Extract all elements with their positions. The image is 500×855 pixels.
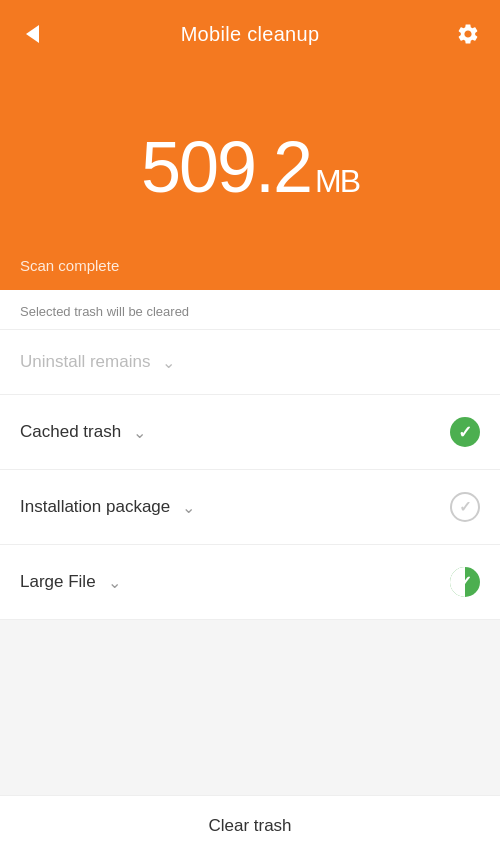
list-item-large-file[interactable]: Large File ⌄	[0, 545, 500, 620]
cached-trash-label: Cached trash	[20, 422, 121, 442]
list-item-left-cached: Cached trash ⌄	[20, 422, 146, 442]
back-arrow-icon	[26, 25, 39, 43]
list-item-cached-trash[interactable]: Cached trash ⌄	[0, 395, 500, 470]
scan-status: Scan complete	[20, 257, 119, 274]
subtitle: Selected trash will be cleared	[0, 290, 500, 330]
gear-icon	[456, 22, 480, 46]
installation-package-checkbox[interactable]	[450, 492, 480, 522]
storage-unit: MB	[315, 165, 359, 197]
large-file-label: Large File	[20, 572, 96, 592]
list-item-left-large-file: Large File ⌄	[20, 572, 121, 592]
uninstall-remains-chevron-icon: ⌄	[162, 353, 175, 372]
storage-value: 509.2	[141, 131, 311, 203]
list-item-left-uninstall: Uninstall remains ⌄	[20, 352, 175, 372]
settings-button[interactable]	[452, 18, 484, 50]
content: Selected trash will be cleared Uninstall…	[0, 290, 500, 620]
top-bar: Mobile cleanup	[0, 0, 500, 64]
large-file-chevron-icon: ⌄	[108, 573, 121, 592]
page-title: Mobile cleanup	[181, 23, 320, 46]
list-section: Uninstall remains ⌄ Cached trash ⌄ Insta…	[0, 330, 500, 620]
cached-trash-chevron-icon: ⌄	[133, 423, 146, 442]
cached-trash-checkbox[interactable]	[450, 417, 480, 447]
uninstall-remains-label: Uninstall remains	[20, 352, 150, 372]
header: Mobile cleanup 509.2 MB Scan complete	[0, 0, 500, 290]
list-item-installation-package[interactable]: Installation package ⌄	[0, 470, 500, 545]
clear-trash-button[interactable]: Clear trash	[0, 795, 500, 855]
list-item-uninstall-remains[interactable]: Uninstall remains ⌄	[0, 330, 500, 395]
large-file-checkbox[interactable]	[450, 567, 480, 597]
installation-package-label: Installation package	[20, 497, 170, 517]
installation-package-chevron-icon: ⌄	[182, 498, 195, 517]
storage-value-row: 509.2 MB	[141, 131, 359, 203]
back-button[interactable]	[16, 18, 48, 50]
list-item-left-installation: Installation package ⌄	[20, 497, 195, 517]
clear-trash-label: Clear trash	[208, 816, 291, 836]
